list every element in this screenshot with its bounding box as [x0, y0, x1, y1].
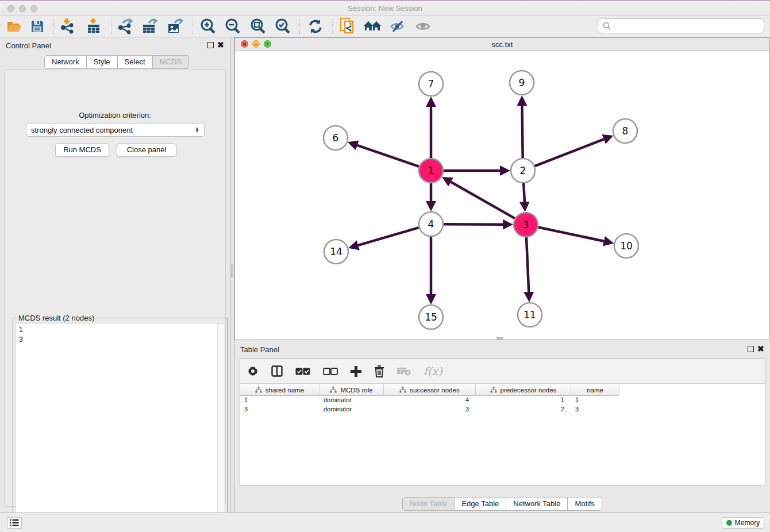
graph-node-label-14: 14 — [330, 246, 342, 257]
column-label: successor nodes — [410, 387, 459, 394]
import-network-icon[interactable] — [58, 17, 78, 36]
control-panel-header: Control Panel ✖ — [0, 37, 230, 53]
gear-icon[interactable] — [247, 365, 259, 377]
select-all-icon[interactable] — [295, 368, 310, 375]
control-panel-title: Control Panel — [6, 41, 51, 50]
search-input[interactable] — [614, 22, 764, 30]
window-title: Session: New Session — [0, 4, 770, 13]
cell-name[interactable]: 3 — [571, 405, 619, 414]
edge-2-3[interactable] — [523, 183, 525, 202]
cell-shared-name[interactable]: 3 — [240, 405, 319, 414]
tab-style[interactable]: Style — [87, 55, 118, 69]
columns-icon[interactable] — [271, 365, 283, 377]
float-panel-icon[interactable] — [207, 42, 214, 48]
control-panel: Control Panel ✖ NetworkStyleSelectMCDS O… — [0, 37, 230, 512]
tab-edge-table[interactable]: Edge Table — [455, 497, 506, 511]
cell-name[interactable]: 1 — [571, 396, 619, 405]
hide-selected-icon[interactable] — [388, 17, 407, 36]
window-resize-grip[interactable] — [496, 337, 503, 340]
task-history-button[interactable] — [7, 517, 22, 529]
mcds-result-list: 1 3 — [16, 323, 225, 346]
open-session-icon[interactable] — [5, 17, 24, 36]
column-header-successor-nodes[interactable]: successor nodes — [384, 384, 476, 396]
main-toolbar — [0, 16, 770, 37]
mcds-result-title: MCDS result (2 nodes) — [17, 314, 96, 322]
network-window: ✕ − + scc.txt 7968124314101511 — [234, 37, 770, 340]
cell-successor-nodes[interactable]: 4 — [384, 396, 476, 405]
window-titlebar: Session: New Session — [0, 0, 770, 16]
cell-shared-name[interactable]: 1 — [240, 396, 319, 405]
network-canvas[interactable]: 7968124314101511 — [235, 51, 769, 340]
column-header-name[interactable]: name — [571, 384, 619, 396]
node-table: shared nameMCDS rolesuccessor nodesprede… — [240, 384, 765, 414]
run-mcds-button[interactable]: Run MCDS — [55, 143, 109, 157]
edge-2-8[interactable] — [535, 139, 604, 166]
edge-4-3[interactable] — [444, 224, 503, 225]
edge-4-14[interactable] — [358, 228, 418, 245]
export-image-icon[interactable] — [165, 17, 185, 36]
graph-node-label-4: 4 — [428, 218, 434, 230]
edge-1-6[interactable] — [357, 145, 419, 167]
column-label: name — [587, 387, 603, 394]
search-box[interactable] — [598, 18, 764, 33]
toolbar-separator — [299, 19, 300, 34]
close-table-panel-icon[interactable]: ✖ — [757, 344, 764, 353]
select-stepper-icon: ▲▼ — [195, 127, 199, 133]
status-bar: Memory — [0, 512, 770, 532]
deselect-all-icon[interactable] — [323, 368, 338, 375]
cell-successor-nodes[interactable]: 3 — [384, 405, 476, 414]
edge-3-1[interactable] — [451, 182, 515, 218]
search-icon — [603, 22, 611, 30]
tab-motifs[interactable]: Motifs — [568, 497, 602, 511]
tab-network[interactable]: Network — [44, 55, 87, 69]
refresh-icon[interactable] — [306, 17, 325, 36]
splitter-handle[interactable] — [231, 264, 233, 277]
add-row-icon[interactable] — [351, 366, 361, 377]
close-panel-icon[interactable]: ✖ — [217, 40, 224, 49]
float-table-panel-icon[interactable] — [748, 346, 754, 352]
import-table-icon[interactable] — [84, 17, 103, 36]
cell-MCDS-role[interactable]: dominator — [319, 405, 384, 414]
edge-3-11[interactable] — [526, 237, 529, 292]
show-selected-icon[interactable] — [413, 17, 433, 36]
cell-predecessor-nodes[interactable]: 1 — [476, 396, 571, 405]
tab-node-table[interactable]: Node Table — [402, 497, 455, 511]
list-icon — [10, 519, 19, 526]
tab-mcds[interactable]: MCDS — [153, 55, 189, 69]
table-panel-title: Table Panel — [240, 345, 279, 354]
toolbar-separator — [111, 19, 112, 34]
export-table-icon[interactable] — [140, 17, 160, 36]
close-panel-button[interactable]: Close panel — [117, 143, 176, 157]
column-label: shared name — [265, 387, 304, 394]
zoom-selected-icon[interactable] — [273, 17, 292, 36]
column-header-predecessor-nodes[interactable]: predecessor nodes — [476, 384, 571, 396]
vertical-splitter[interactable] — [230, 37, 234, 512]
result-scrollbar[interactable] — [217, 323, 225, 528]
zoom-fit-icon[interactable] — [248, 17, 268, 36]
save-session-icon[interactable] — [28, 17, 47, 36]
table-panel-main: f(x) shared nameMCDS rolesuccessor nodes… — [240, 358, 765, 485]
edge-2-9[interactable] — [522, 106, 523, 158]
graph-node-label-10: 10 — [620, 240, 633, 252]
export-network-icon[interactable] — [116, 17, 135, 36]
network-window-title: scc.txt — [235, 40, 769, 49]
tab-network-table[interactable]: Network Table — [506, 497, 568, 511]
edge-3-10[interactable] — [538, 228, 604, 241]
tab-select[interactable]: Select — [118, 55, 153, 69]
cell-predecessor-nodes[interactable]: 2 — [476, 405, 571, 414]
column-header-shared-name[interactable]: shared name — [240, 384, 319, 396]
home-icon[interactable] — [363, 17, 382, 36]
graph-node-label-2: 2 — [520, 165, 526, 176]
hierarchy-icon — [255, 387, 262, 393]
column-header-MCDS-role[interactable]: MCDS role — [319, 384, 384, 396]
table-row-2[interactable]: 3dominator323 — [240, 405, 765, 414]
memory-button[interactable]: Memory — [722, 517, 764, 529]
optimization-criterion-label: Optimization criterion: — [5, 111, 225, 119]
optimization-criterion-select[interactable]: strongly connected component ▲▼ — [26, 123, 205, 137]
table-row-1[interactable]: 1dominator411 — [240, 396, 765, 405]
delete-row-icon[interactable] — [374, 365, 384, 377]
zoom-out-icon[interactable] — [223, 17, 242, 36]
zoom-in-icon[interactable] — [198, 17, 218, 36]
cell-MCDS-role[interactable]: dominator — [319, 396, 384, 405]
clone-network-icon[interactable] — [338, 17, 357, 36]
